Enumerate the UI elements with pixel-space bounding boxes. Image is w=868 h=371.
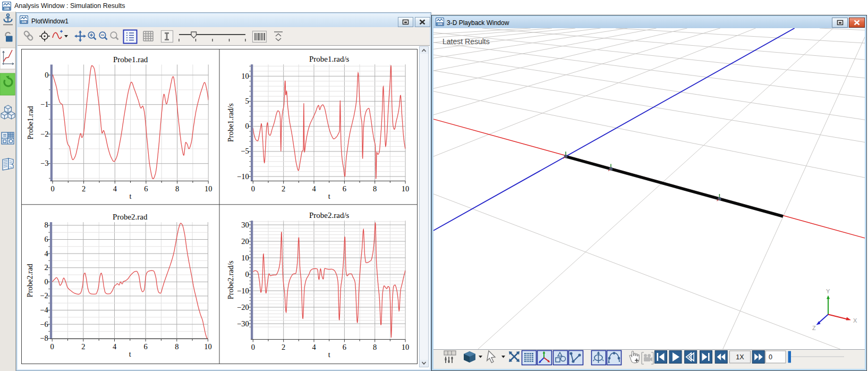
svg-text:0: 0: [44, 277, 48, 285]
svg-text:−10: −10: [237, 286, 249, 294]
svg-text:4: 4: [312, 184, 316, 192]
svg-text:30: 30: [241, 220, 249, 229]
svg-text:t: t: [328, 191, 330, 200]
svg-text:6: 6: [343, 342, 346, 351]
svg-text:t: t: [328, 350, 330, 358]
svg-text:−30: −30: [237, 319, 249, 327]
svg-text:Y: Y: [826, 288, 830, 294]
svg-text:Probe2.rad/s: Probe2.rad/s: [309, 211, 350, 220]
svg-text:8: 8: [44, 221, 48, 229]
svg-text:2: 2: [82, 184, 86, 192]
svg-text:−4: −4: [40, 306, 48, 314]
svg-text:SIM: SIM: [21, 20, 27, 23]
svg-text:10: 10: [241, 71, 249, 80]
svg-text:−2: −2: [40, 129, 48, 138]
svg-text:−1: −1: [40, 100, 48, 108]
svg-text:0: 0: [45, 70, 48, 79]
svg-text:4: 4: [312, 342, 316, 351]
svg-text:0: 0: [769, 353, 772, 361]
svg-text:−20: −20: [237, 302, 249, 311]
svg-text:−10: −10: [237, 172, 249, 180]
svg-text:0: 0: [245, 269, 249, 278]
svg-text:4: 4: [113, 342, 117, 350]
svg-text:−6: −6: [40, 319, 48, 328]
svg-text:−8: −8: [40, 334, 48, 342]
svg-text:Probe2.rad/s: Probe2.rad/s: [226, 260, 235, 299]
svg-text:8: 8: [373, 184, 377, 192]
svg-text:4: 4: [44, 249, 48, 257]
svg-text:0: 0: [251, 184, 255, 192]
svg-text:X: X: [853, 317, 857, 324]
svg-text:−5: −5: [241, 147, 249, 155]
svg-text:t: t: [130, 191, 132, 200]
svg-text:6: 6: [343, 184, 346, 192]
svg-text:0: 0: [251, 342, 255, 351]
svg-text:4: 4: [113, 184, 117, 192]
svg-text:20: 20: [241, 237, 249, 245]
svg-text:Probe1.rad: Probe1.rad: [26, 105, 35, 139]
svg-text:10: 10: [241, 253, 249, 262]
svg-text:t: t: [129, 349, 131, 358]
svg-text:Latest Results: Latest Results: [442, 37, 490, 46]
svg-text:Probe2.rad: Probe2.rad: [25, 263, 34, 297]
svg-text:Probe1.rad: Probe1.rad: [113, 55, 148, 63]
svg-text:SIM: SIM: [4, 7, 10, 10]
svg-text:−2: −2: [40, 291, 48, 300]
svg-text:10: 10: [402, 342, 410, 351]
svg-text:Z: Z: [812, 325, 816, 331]
svg-text:10: 10: [205, 184, 212, 192]
svg-text:1X: 1X: [736, 353, 744, 361]
svg-text:2: 2: [81, 342, 85, 350]
svg-text:10: 10: [204, 342, 212, 350]
svg-text:Probe2.rad: Probe2.rad: [113, 213, 148, 221]
svg-text:2: 2: [282, 342, 285, 351]
svg-text:8: 8: [175, 342, 178, 350]
svg-text:10: 10: [402, 184, 410, 192]
svg-text:SIM: SIM: [437, 22, 442, 26]
svg-text:5: 5: [245, 97, 249, 105]
svg-text:8: 8: [175, 184, 179, 192]
svg-text:6: 6: [144, 184, 148, 192]
svg-text:0: 0: [50, 184, 54, 192]
svg-text:−3: −3: [40, 159, 48, 167]
svg-text:2: 2: [282, 184, 285, 192]
svg-text:2: 2: [44, 263, 48, 272]
svg-text:Probe1.rad/s: Probe1.rad/s: [309, 55, 350, 63]
svg-text:Probe1.rad/s: Probe1.rad/s: [226, 103, 235, 141]
svg-text:6: 6: [44, 235, 48, 243]
svg-text:6: 6: [143, 342, 147, 350]
svg-text:0: 0: [245, 122, 249, 130]
svg-text:8: 8: [373, 342, 377, 351]
svg-text:0: 0: [50, 342, 54, 350]
